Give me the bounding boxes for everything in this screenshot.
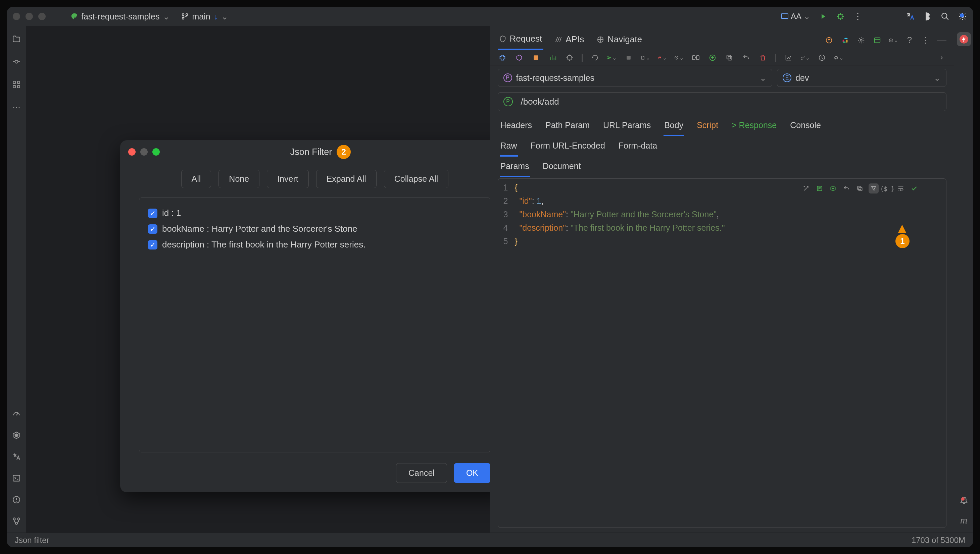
tab-console[interactable]: Console bbox=[789, 118, 822, 136]
chart-icon[interactable] bbox=[784, 53, 793, 62]
invert-button[interactable]: Invert bbox=[267, 170, 309, 188]
hex-icon[interactable] bbox=[514, 53, 524, 62]
tab-form-url[interactable]: Form URL-Encoded bbox=[530, 138, 606, 157]
stop-icon[interactable] bbox=[624, 53, 633, 62]
checkbox-checked-icon[interactable]: ✓ bbox=[148, 224, 157, 234]
maven-icon[interactable]: m bbox=[960, 514, 967, 526]
dashboard-icon[interactable] bbox=[12, 409, 21, 419]
tab-url-params[interactable]: URL Params bbox=[602, 118, 651, 136]
presentation-dropdown[interactable]: AA ⌄ bbox=[780, 12, 810, 21]
box-icon[interactable] bbox=[531, 53, 541, 62]
puzzle-icon[interactable] bbox=[498, 53, 507, 62]
upload-icon[interactable] bbox=[824, 35, 834, 45]
branch-dropdown[interactable]: main ↓ ⌄ bbox=[181, 12, 228, 21]
tab-body[interactable]: Body bbox=[664, 118, 684, 136]
wrap-icon[interactable] bbox=[896, 184, 905, 193]
env-select[interactable]: E dev ⌄ bbox=[777, 69, 946, 87]
tab-response[interactable]: > Response bbox=[731, 118, 777, 136]
save-dropdown[interactable]: ⌄ bbox=[641, 53, 650, 62]
cancel-button[interactable]: Cancel bbox=[396, 463, 447, 483]
target-icon[interactable] bbox=[565, 53, 574, 62]
bito-icon[interactable] bbox=[923, 12, 932, 21]
tab-apis[interactable]: APIs bbox=[554, 31, 585, 49]
fire-dropdown[interactable]: ⌄ bbox=[658, 53, 667, 62]
history-icon[interactable] bbox=[817, 53, 827, 62]
branch-name: main bbox=[192, 12, 210, 21]
attach-dropdown[interactable]: ⌄ bbox=[800, 53, 810, 62]
gear-icon[interactable] bbox=[857, 35, 866, 45]
trash-icon[interactable] bbox=[758, 53, 768, 62]
svg-rect-34 bbox=[696, 56, 699, 60]
tab-raw[interactable]: Raw bbox=[500, 138, 518, 157]
ai-icon[interactable] bbox=[828, 184, 838, 193]
tab-document[interactable]: Document bbox=[542, 159, 582, 177]
help-icon[interactable]: ? bbox=[905, 35, 914, 45]
notifications-icon[interactable] bbox=[959, 495, 969, 505]
kebab-icon[interactable]: ⋮ bbox=[921, 35, 931, 45]
translate-icon[interactable] bbox=[905, 12, 915, 21]
callout-badge: 1 bbox=[895, 234, 910, 248]
more-menu[interactable]: ⋮ bbox=[853, 12, 862, 21]
tab-path-param[interactable]: Path Param bbox=[545, 118, 591, 136]
braces-icon[interactable]: {$_} bbox=[883, 184, 892, 193]
checkbox-checked-icon[interactable]: ✓ bbox=[148, 240, 157, 250]
search-icon[interactable] bbox=[940, 12, 950, 21]
git-icon[interactable] bbox=[12, 516, 21, 526]
window-controls[interactable] bbox=[13, 13, 46, 20]
tab-headers[interactable]: Headers bbox=[500, 118, 533, 136]
tab-request[interactable]: Request bbox=[498, 30, 544, 50]
tab-navigate[interactable]: Navigate bbox=[595, 31, 643, 49]
retry-icon[interactable] bbox=[591, 53, 600, 62]
all-button[interactable]: All bbox=[181, 170, 211, 188]
none-button[interactable]: None bbox=[219, 170, 259, 188]
layers-dropdown[interactable]: ⌄ bbox=[889, 35, 898, 45]
expand-all-button[interactable]: Expand All bbox=[316, 170, 377, 188]
add-circle-icon[interactable] bbox=[708, 53, 717, 62]
minimize-icon[interactable]: — bbox=[937, 35, 946, 45]
undo-icon[interactable] bbox=[741, 53, 751, 62]
json-editor[interactable]: {$_} 12345 { "id": 1, "bookName": "Harry… bbox=[498, 178, 947, 528]
cancel-dropdown[interactable]: ⌄ bbox=[674, 53, 684, 62]
structure-tool-icon[interactable] bbox=[12, 80, 21, 89]
url-input[interactable]: P /book/add bbox=[498, 92, 947, 111]
run-button[interactable] bbox=[818, 12, 828, 21]
svg-marker-27 bbox=[517, 55, 522, 61]
filter-icon[interactable] bbox=[868, 183, 879, 194]
dialog-window-controls[interactable] bbox=[128, 148, 160, 156]
tree-item[interactable]: ✓description : The first book in the Har… bbox=[148, 237, 482, 253]
check-icon[interactable] bbox=[910, 184, 919, 193]
link-block-icon[interactable] bbox=[691, 53, 701, 62]
services-icon[interactable] bbox=[12, 431, 21, 440]
commit-tool-icon[interactable] bbox=[12, 57, 21, 67]
project-tool-icon[interactable] bbox=[12, 34, 21, 44]
terminal-icon[interactable] bbox=[12, 473, 21, 483]
checkbox-checked-icon[interactable]: ✓ bbox=[148, 209, 157, 218]
translate-tool-icon[interactable] bbox=[12, 452, 21, 462]
revert-icon[interactable] bbox=[842, 184, 851, 193]
ok-button[interactable]: OK bbox=[454, 463, 491, 483]
fast-request-tool-icon[interactable] bbox=[957, 32, 971, 46]
problems-icon[interactable] bbox=[12, 495, 21, 505]
tab-form-data[interactable]: Form-data bbox=[618, 138, 658, 157]
tab-script[interactable]: Script bbox=[696, 118, 719, 136]
github-dropdown[interactable]: ⌄ bbox=[834, 53, 843, 62]
tree-item[interactable]: ✓bookName : Harry Potter and the Sorcere… bbox=[148, 221, 482, 237]
more-tool-icon[interactable]: ⋯ bbox=[12, 103, 21, 112]
copy-icon[interactable] bbox=[725, 53, 734, 62]
slack-icon[interactable] bbox=[840, 35, 850, 45]
wand-icon[interactable] bbox=[801, 184, 811, 193]
copy-json-icon[interactable] bbox=[855, 184, 865, 193]
stats-icon[interactable] bbox=[548, 53, 557, 62]
status-memory[interactable]: 1703 of 5300M bbox=[911, 536, 965, 545]
window-icon[interactable] bbox=[873, 35, 882, 45]
tab-params[interactable]: Params bbox=[500, 159, 530, 177]
settings-icon[interactable] bbox=[958, 12, 967, 21]
send-dropdown[interactable]: ⌄ bbox=[607, 53, 616, 62]
project-select[interactable]: P fast-request-samples ⌄ bbox=[498, 69, 773, 87]
example-icon[interactable] bbox=[815, 184, 824, 193]
expand-icon[interactable]: › bbox=[937, 53, 946, 62]
tree-item[interactable]: ✓id : 1 bbox=[148, 205, 482, 221]
collapse-all-button[interactable]: Collapse All bbox=[384, 170, 449, 188]
project-dropdown[interactable]: fast-request-samples ⌄ bbox=[66, 10, 174, 24]
debug-button[interactable] bbox=[836, 12, 845, 21]
